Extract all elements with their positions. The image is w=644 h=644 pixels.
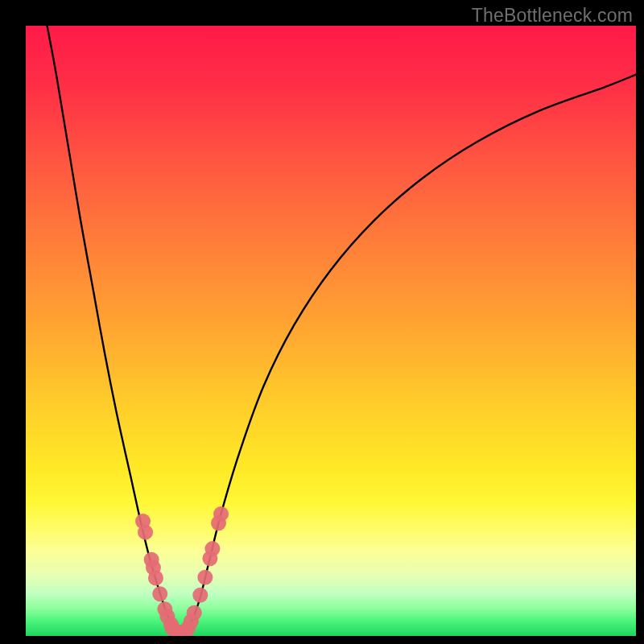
marker-dot xyxy=(204,541,220,556)
marker-dot xyxy=(192,588,208,603)
marker-dot xyxy=(213,506,229,522)
curve-left-arm xyxy=(47,26,175,632)
curve-overlay xyxy=(26,26,636,636)
watermark-text: TheBottleneck.com xyxy=(472,5,633,27)
marker-dot xyxy=(197,570,213,585)
plot-area xyxy=(26,26,636,636)
curve-right-arm xyxy=(184,75,636,633)
marker-dot xyxy=(152,586,167,601)
marker-dot xyxy=(148,570,163,585)
marker-dot xyxy=(187,605,202,621)
chart-frame: TheBottleneck.com xyxy=(0,0,644,644)
marker-dot xyxy=(138,525,153,540)
